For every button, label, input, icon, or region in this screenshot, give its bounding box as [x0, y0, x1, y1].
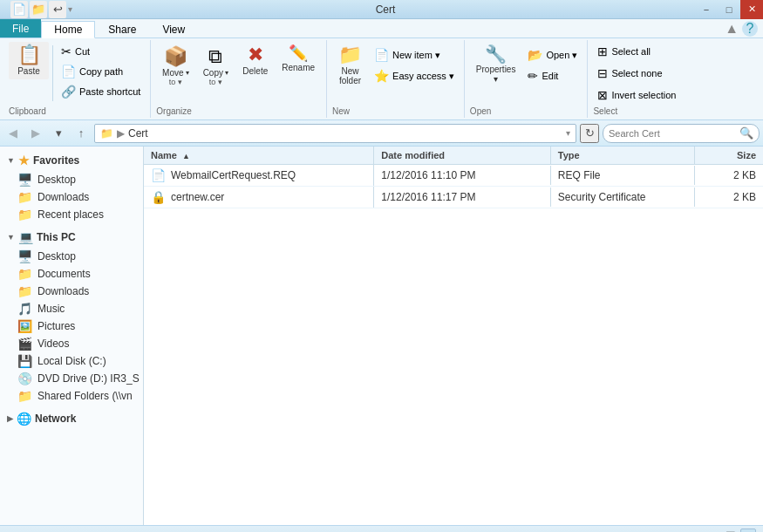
col-header-name[interactable]: Name ▲ [144, 147, 374, 164]
move-to-icon: 📦 [164, 45, 187, 68]
sidebar-item-recent-places[interactable]: 📁 Recent places [0, 206, 143, 223]
col-header-type[interactable]: Type [551, 147, 695, 164]
open-group: 🔧 Properties▾ 📂 Open ▾ ✏ Edit Open [465, 40, 589, 118]
sidebar-item-downloads-pc[interactable]: 📁 Downloads [0, 283, 143, 300]
help-btn[interactable]: ? [742, 21, 758, 37]
copy-to-button[interactable]: ⧉ Copy▾ to ▾ [196, 42, 235, 90]
cut-button[interactable]: ✂ Cut [57, 42, 145, 61]
address-bar[interactable]: 📁 ▶ Cert ▾ [94, 124, 576, 143]
col-header-size[interactable]: Size [695, 147, 763, 164]
organize-label: Organize [156, 105, 321, 116]
file-icon-2: 🔒 [151, 190, 166, 204]
status-bar: 2 items State: 👥 Shared ☰ ⊞ [0, 525, 763, 532]
sidebar: ▼ ★ Favorites 🖥️ Desktop 📁 Downloads 📁 R… [0, 147, 144, 525]
new-folder-button[interactable]: 📁 Newfolder [332, 42, 368, 89]
sidebar-item-documents[interactable]: 📁 Documents [0, 265, 143, 283]
forward-button[interactable]: ▶ [26, 124, 45, 143]
pictures-icon: 🖼️ [17, 319, 32, 333]
toolbar: ◀ ▶ ▾ ↑ 📁 ▶ Cert ▾ ↻ 🔍 [0, 120, 763, 147]
qa-dropdown[interactable]: ▾ [68, 4, 72, 14]
favorites-header[interactable]: ▼ ★ Favorites [0, 150, 143, 171]
network-header[interactable]: ▶ 🌐 Network [0, 408, 143, 429]
rename-icon: ✏️ [289, 45, 308, 61]
cut-icon: ✂ [61, 44, 72, 58]
copy-path-button[interactable]: 📄 Copy path [57, 62, 145, 81]
shared-folders-icon: 📁 [17, 389, 32, 403]
select-btns: ⊞ Select all ⊟ Select none ⊠ Invert sele… [593, 42, 680, 105]
large-icons-view-button[interactable]: ⊞ [740, 529, 756, 533]
paste-shortcut-button[interactable]: 🔗 Paste shortcut [57, 82, 145, 101]
sidebar-item-shared-folders[interactable]: 📁 Shared Folders (\\vn [0, 387, 143, 405]
open-btns: 🔧 Properties▾ 📂 Open ▾ ✏ Edit [470, 42, 582, 105]
network-arrow: ▶ [7, 414, 13, 423]
sidebar-item-pictures[interactable]: 🖼️ Pictures [0, 317, 143, 335]
edit-icon: ✏ [528, 69, 538, 83]
open-button[interactable]: 📂 Open ▾ [523, 45, 582, 65]
file-list: Name ▲ Date modified Type Size 📄 Webmail… [144, 147, 763, 525]
recent-locations-button[interactable]: ▾ [49, 124, 68, 143]
tab-share[interactable]: Share [95, 21, 149, 38]
refresh-button[interactable]: ↻ [580, 124, 599, 143]
ribbon-collapse-btn[interactable]: ▲ [725, 21, 739, 37]
paste-icon: 📋 [17, 45, 41, 65]
maximize-button[interactable]: □ [718, 0, 740, 19]
file-size-cell-1: 2 KB [695, 166, 763, 185]
easy-access-button[interactable]: ⭐ Easy access ▾ [370, 66, 459, 85]
tab-view[interactable]: View [149, 21, 198, 38]
move-to-button[interactable]: 📦 Move▾ to ▾ [156, 42, 194, 90]
invert-icon: ⊠ [597, 88, 608, 102]
videos-icon: 🎬 [17, 337, 32, 351]
rename-button[interactable]: ✏️ Rename [276, 42, 321, 76]
new-group: 📁 Newfolder 📄 New item ▾ ⭐ Easy access ▾… [327, 40, 465, 118]
qa-folder-btn[interactable]: 📁 [30, 1, 47, 18]
minimize-button[interactable]: − [695, 0, 718, 19]
new-item-button[interactable]: 📄 New item ▾ [370, 45, 459, 65]
sidebar-item-desktop-pc[interactable]: 🖥️ Desktop [0, 248, 143, 265]
window-controls: − □ ✕ [695, 0, 763, 19]
search-box[interactable]: 🔍 [603, 124, 760, 143]
address-folder-icon: 📁 [100, 127, 113, 140]
sort-arrow-name: ▲ [182, 152, 190, 160]
select-none-button[interactable]: ⊟ Select none [593, 64, 680, 83]
file-name-cell-1: 📄 WebmailCertRequest.REQ [144, 165, 374, 186]
this-pc-header[interactable]: ▼ 💻 This PC [0, 227, 143, 248]
tab-file[interactable]: File [0, 19, 41, 38]
close-button[interactable]: ✕ [740, 0, 763, 19]
view-buttons: ☰ ⊞ [723, 529, 756, 533]
favorites-arrow: ▼ [7, 156, 15, 165]
desktop-pc-icon: 🖥️ [17, 249, 32, 263]
back-button[interactable]: ◀ [3, 124, 23, 143]
organize-group: 📦 Move▾ to ▾ ⧉ Copy▾ to ▾ ✖ Delete [151, 40, 327, 118]
sidebar-item-local-disk[interactable]: 💾 Local Disk (C:) [0, 352, 143, 370]
qa-undo-btn[interactable]: ↩ [49, 1, 66, 18]
address-dropdown-btn[interactable]: ▾ [566, 128, 570, 138]
documents-icon: 📁 [17, 267, 32, 281]
file-date-cell-1: 1/12/2016 11:10 PM [374, 166, 550, 185]
details-view-button[interactable]: ☰ [723, 529, 739, 533]
clipboard-label: Clipboard [9, 105, 145, 116]
table-row[interactable]: 🔒 certnew.cer 1/12/2016 11:17 PM Securit… [144, 187, 763, 208]
select-all-icon: ⊞ [597, 44, 608, 58]
open-icon: 📂 [528, 48, 542, 62]
clipboard-small-stack: ✂ Cut 📄 Copy path 🔗 Paste shortcut [57, 42, 145, 101]
sidebar-item-downloads[interactable]: 📁 Downloads [0, 188, 143, 206]
tab-home[interactable]: Home [41, 21, 95, 38]
invert-selection-button[interactable]: ⊠ Invert selection [593, 85, 680, 105]
up-button[interactable]: ↑ [72, 124, 91, 143]
delete-icon: ✖ [248, 45, 263, 65]
col-header-date[interactable]: Date modified [374, 147, 550, 164]
properties-button[interactable]: 🔧 Properties▾ [470, 42, 522, 87]
edit-button[interactable]: ✏ Edit [523, 66, 582, 85]
search-input[interactable] [609, 128, 739, 139]
table-row[interactable]: 📄 WebmailCertRequest.REQ 1/12/2016 11:10… [144, 165, 763, 187]
sidebar-item-desktop[interactable]: 🖥️ Desktop [0, 171, 143, 188]
qa-save-btn[interactable]: 📄 [10, 1, 28, 18]
sidebar-item-dvd[interactable]: 💿 DVD Drive (D:) IR3_S [0, 370, 143, 387]
sidebar-item-music[interactable]: 🎵 Music [0, 300, 143, 317]
paste-button[interactable]: 📋 Paste [9, 42, 49, 79]
paste-shortcut-icon: 🔗 [61, 85, 76, 99]
sidebar-item-videos[interactable]: 🎬 Videos [0, 335, 143, 352]
file-size-cell-2: 2 KB [695, 188, 763, 207]
delete-button[interactable]: ✖ Delete [236, 42, 274, 79]
select-all-button[interactable]: ⊞ Select all [593, 42, 680, 61]
